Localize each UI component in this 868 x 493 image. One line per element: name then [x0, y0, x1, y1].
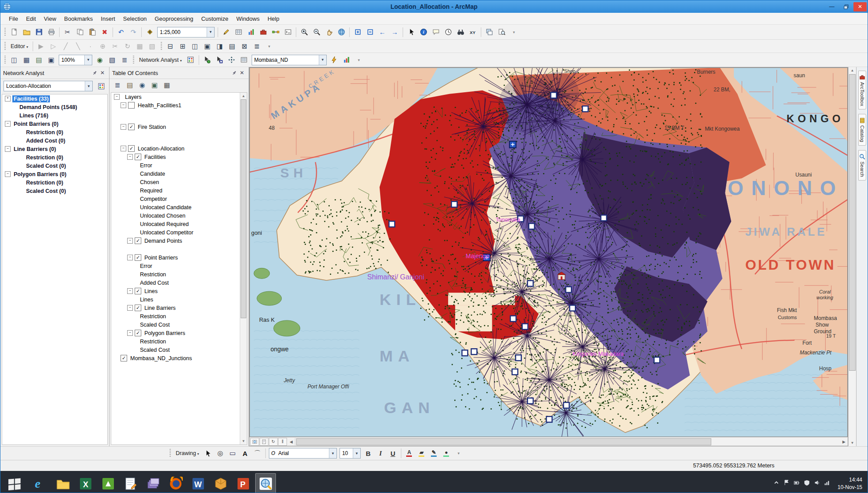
select-elements-tool[interactable] — [405, 26, 417, 38]
delete-button[interactable]: ✖ — [99, 26, 110, 38]
close-button[interactable]: ✕ — [853, 2, 867, 11]
forward-extent-button[interactable]: → — [389, 26, 400, 38]
tree-item-line-barriers-0[interactable]: −Line Barriers (0) — [2, 145, 107, 153]
open-map-button[interactable] — [21, 26, 32, 38]
tree-item-error[interactable]: ?Error — [111, 262, 240, 270]
rotate-element-tool[interactable]: ◎ — [215, 448, 226, 459]
tree-symbol-item[interactable] — [111, 245, 240, 253]
taskbar-app-green[interactable] — [98, 473, 118, 493]
tree-item-facilities[interactable]: −✓Facilities — [111, 153, 240, 161]
dock-tab-catalog[interactable]: Catalog — [858, 114, 866, 146]
chevron-up-icon[interactable] — [773, 479, 780, 488]
tree-item-polygon-barriers[interactable]: −✓Polygon Barriers — [111, 329, 240, 337]
tree-item-unlocated-candidate[interactable]: ?Unlocated Candidate — [111, 203, 240, 211]
open-table-button[interactable] — [233, 26, 244, 38]
tree-item-scaled-cost-0[interactable]: Scaled Cost (0) — [2, 187, 107, 195]
tree-item-lines[interactable]: −✓Lines — [111, 287, 240, 295]
tree-item-chosen[interactable]: Chosen — [111, 178, 240, 186]
layout-button-2[interactable]: ▦ — [21, 54, 32, 66]
tree-item-lines-716[interactable]: Lines (716) — [2, 111, 107, 120]
font-size-combo[interactable]: 10▼ — [340, 448, 361, 459]
font-color-button[interactable]: A — [404, 448, 415, 459]
cut-button[interactable]: ✂ — [62, 26, 73, 38]
taskbar-notes-app[interactable] — [120, 473, 141, 493]
toc-list-by-drawing-order[interactable]: ≣ — [112, 79, 123, 91]
tree-item-layers[interactable]: −Layers — [111, 93, 240, 101]
tree-symbol-item[interactable] — [111, 362, 240, 371]
tree-item-health-facilities1[interactable]: −Health_Facilities1 — [111, 101, 240, 109]
select-network-locations-tool[interactable] — [214, 54, 225, 66]
tree-expander[interactable]: − — [5, 121, 11, 127]
scroll-left-arrow[interactable]: ◀ — [287, 438, 295, 445]
tree-expander[interactable]: − — [121, 102, 126, 108]
sketch-properties-button[interactable]: ▧ — [147, 41, 158, 52]
tree-expander[interactable]: − — [127, 255, 133, 260]
shield-icon[interactable] — [804, 479, 810, 488]
scroll-right-arrow[interactable]: ▶ — [840, 438, 848, 445]
zoom-in-tool[interactable] — [298, 26, 310, 38]
fill-color-button[interactable]: ▰ — [416, 448, 427, 459]
zoom-percent-combo[interactable]: 100%▼ — [59, 55, 92, 65]
directions-window-button[interactable] — [238, 54, 250, 66]
menu-bookmarks[interactable]: Bookmarks — [60, 14, 97, 24]
curve-tool[interactable]: ⌒ — [252, 448, 263, 459]
network-analyst-window-icon[interactable] — [95, 80, 107, 92]
menu-insert[interactable]: Insert — [97, 14, 119, 24]
network-analyst-window-button[interactable] — [185, 54, 196, 66]
toc-list-by-selection[interactable]: ▣ — [149, 79, 160, 91]
analysis-properties-button[interactable] — [341, 54, 352, 66]
tree-expander[interactable]: − — [5, 171, 11, 177]
combo-dropdown-arrow[interactable]: ▼ — [84, 55, 92, 65]
vertex-edit-tool[interactable]: ⊕ — [97, 41, 109, 52]
close-panel-icon[interactable]: ✕ — [98, 69, 106, 77]
tree-expander[interactable]: − — [121, 124, 126, 130]
layout-button-6[interactable]: ▧ — [106, 54, 118, 66]
flag-icon[interactable] — [783, 479, 790, 488]
topology-button-8[interactable]: ≣ — [251, 41, 263, 52]
layer-visibility-checkbox[interactable]: ✓ — [128, 124, 135, 130]
menu-geoprocessing[interactable]: Geoprocessing — [151, 14, 197, 24]
tree-expander[interactable]: − — [127, 305, 133, 311]
tree-item-unlocated-chosen[interactable]: ?Unlocated Chosen — [111, 211, 240, 220]
toolbar-overflow[interactable]: ▾ — [264, 41, 275, 52]
start-button[interactable] — [4, 473, 25, 493]
create-graph-button[interactable] — [245, 26, 257, 38]
topology-button-2[interactable]: ⊞ — [177, 41, 189, 52]
tree-item-scaled-cost[interactable]: Scaled Cost — [111, 320, 240, 329]
menu-selection[interactable]: Selection — [119, 14, 151, 24]
tree-item-scaled-cost-0[interactable]: Scaled Cost (0) — [2, 162, 107, 170]
combo-dropdown-arrow[interactable]: ▼ — [353, 448, 360, 458]
tree-expander[interactable]: − — [127, 238, 133, 244]
pan-tool[interactable] — [323, 26, 335, 38]
fixed-zoom-in-button[interactable] — [352, 26, 363, 38]
menu-view[interactable]: View — [40, 14, 60, 24]
battery-icon[interactable] — [793, 479, 800, 488]
solve-button[interactable] — [328, 54, 340, 66]
tree-item-demand-points-1548[interactable]: Demand Points (1548) — [2, 103, 107, 111]
restore-button[interactable] — [839, 2, 853, 11]
underline-button[interactable]: U — [387, 448, 399, 459]
back-extent-button[interactable]: ← — [377, 26, 388, 38]
scrollbar-thumb[interactable] — [849, 74, 856, 371]
layout-button-4[interactable]: ▣ — [45, 54, 57, 66]
combo-dropdown-arrow[interactable]: ▼ — [329, 448, 336, 458]
layout-button-7[interactable]: ≣ — [119, 54, 130, 66]
taskbar-excel[interactable]: X — [75, 473, 96, 493]
go-to-xy-tool[interactable]: XY — [467, 26, 479, 38]
tree-item-restriction-0[interactable]: Restriction (0) — [2, 153, 107, 162]
topology-button-4[interactable]: ▣ — [202, 41, 213, 52]
tree-item-required[interactable]: Required — [111, 186, 240, 195]
zoom-out-tool[interactable] — [311, 26, 322, 38]
network-analyst-menu[interactable]: Network Analyst▾ — [136, 57, 185, 63]
tree-item-fire-station[interactable]: −✓Fire Station — [111, 123, 240, 131]
model-builder-button[interactable] — [270, 26, 281, 38]
tree-item-scaled-cost[interactable]: Scaled Cost — [111, 346, 240, 354]
layout-button-3[interactable]: ▤ — [33, 54, 45, 66]
toc-list-by-visibility[interactable]: ◉ — [136, 79, 148, 91]
layer-visibility-checkbox[interactable]: ✓ — [135, 305, 141, 311]
time-slider-button[interactable] — [442, 26, 454, 38]
toc-options[interactable]: ▦ — [161, 79, 173, 91]
tree-item-candidate[interactable]: Candidate — [111, 169, 240, 178]
tree-item-added-cost[interactable]: Added Cost — [111, 278, 240, 287]
tree-item-polygon-barriers-0[interactable]: −Polygon Barriers (0) — [2, 170, 107, 178]
